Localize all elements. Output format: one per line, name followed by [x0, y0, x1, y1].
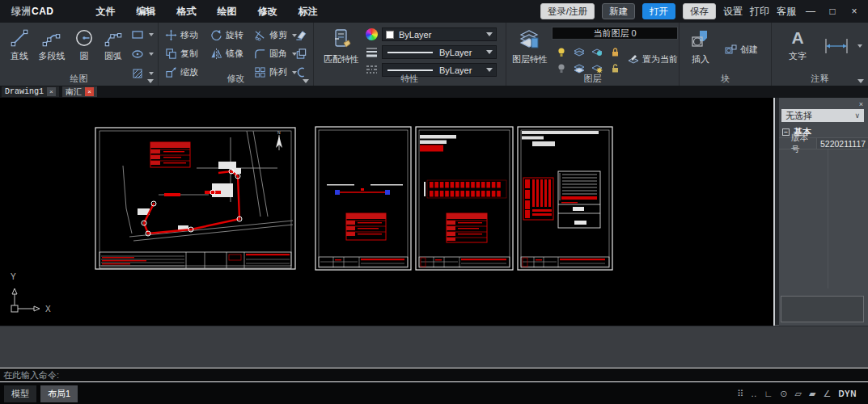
move-button[interactable]: 移动: [165, 29, 198, 41]
arc-button[interactable]: 圆弧: [100, 27, 126, 62]
dropdown-arrow-icon: [149, 53, 154, 56]
open-file-button[interactable]: 打开: [642, 3, 675, 19]
ribbon: 直线 多段线 圆 圆弧: [0, 23, 868, 86]
create-block-button[interactable]: 创建: [725, 44, 758, 56]
eraser-icon: [294, 29, 307, 41]
group-expand-arrow-icon[interactable]: [147, 79, 154, 83]
fillet-button[interactable]: 圆角: [254, 48, 297, 60]
group-expand-arrow-icon[interactable]: [857, 79, 864, 83]
print-button[interactable]: 打印: [750, 5, 769, 19]
create-block-label: 创建: [740, 44, 758, 56]
tab-nanhui[interactable]: 南汇 ×: [62, 86, 97, 97]
login-register-button[interactable]: 登录/注册: [540, 3, 595, 19]
maximize-button[interactable]: □: [825, 6, 840, 17]
layout1-tab-button[interactable]: 布局1: [40, 385, 78, 402]
layer-lock-icon[interactable]: [608, 47, 620, 57]
text-button[interactable]: A 文字: [786, 27, 809, 62]
move-label: 移动: [180, 29, 198, 41]
ribbon-group-block: 插入 创建 块: [680, 23, 772, 86]
layer-properties-button[interactable]: 图层特性: [511, 27, 548, 65]
canvas-scrollbar[interactable]: [773, 98, 775, 326]
new-file-button[interactable]: 新建: [602, 3, 635, 19]
close-button[interactable]: ×: [847, 6, 862, 17]
ortho-icon[interactable]: ∟: [764, 389, 773, 398]
support-button[interactable]: 客服: [777, 5, 796, 19]
color-swatch: [386, 31, 394, 39]
fillet-label: 圆角: [269, 48, 287, 60]
insert-block-label: 插入: [692, 53, 709, 65]
group-label-annotation: 注释: [772, 73, 868, 85]
sheet-1-site-plan: N: [95, 128, 295, 269]
group-expand-arrow-icon[interactable]: [303, 79, 309, 83]
tab-drawing1[interactable]: Drawing1 ×: [2, 86, 59, 97]
trim-icon: [254, 29, 266, 41]
status-toggles: ⠿ ‥ ∟ ⊙ ▱ ▰ ∠ DYN: [737, 389, 857, 399]
model-tab-button[interactable]: 模型: [4, 385, 36, 402]
angle-icon[interactable]: ∠: [824, 389, 832, 399]
minimize-button[interactable]: —: [803, 6, 818, 17]
panel-column-divider: [828, 149, 828, 288]
grid-icon[interactable]: ⠿: [737, 389, 743, 399]
ribbon-group-layers: 图层特性 当前图层 0 置为当前 图层: [506, 23, 680, 86]
mirror-icon: [210, 48, 222, 60]
circle-button[interactable]: 圆: [73, 27, 95, 62]
polar-tracking-icon[interactable]: ⊙: [780, 389, 787, 399]
command-line[interactable]: 在此输入命令:: [0, 368, 868, 382]
menu-draw[interactable]: 绘图: [218, 5, 237, 19]
trim-label: 修剪: [269, 29, 287, 41]
menu-file[interactable]: 文件: [96, 5, 116, 19]
ribbon-group-draw: 直线 多段线 圆 圆弧: [0, 23, 159, 86]
circle-label: 圆: [80, 50, 89, 62]
text-label: 文字: [789, 50, 807, 62]
line-button[interactable]: 直线: [6, 27, 32, 62]
version-value[interactable]: 5220211117: [816, 138, 868, 149]
set-current-layer-label: 置为当前: [642, 53, 678, 65]
rotate-icon: [210, 29, 222, 41]
layer-thaw-icon[interactable]: [591, 47, 603, 57]
tab-close-icon[interactable]: ×: [85, 87, 94, 96]
ribbon-group-modify: 移动 复制 缩放 旋转 镜像 修剪: [159, 23, 314, 86]
title-bar: 绿洲CAD 文件 编辑 格式 绘图 修改 标注 登录/注册 新建 打开 保存 设…: [0, 0, 868, 23]
copy-button[interactable]: 复制: [165, 48, 198, 60]
menu-format[interactable]: 格式: [177, 5, 197, 19]
drawing-canvas[interactable]: N: [0, 98, 773, 326]
selection-filter-select[interactable]: 无选择 ∨: [781, 109, 864, 122]
object-track-icon[interactable]: ▰: [809, 389, 815, 399]
match-properties-button[interactable]: 匹配特性: [320, 27, 362, 65]
text-icon: A: [791, 27, 803, 48]
ribbon-group-properties: 匹配特性 ByLayer ByLayer ByLayer 特性: [314, 23, 506, 86]
erase-button[interactable]: [294, 29, 307, 41]
menu-modify[interactable]: 修改: [258, 5, 277, 19]
menu-edit[interactable]: 编辑: [137, 5, 156, 19]
dropdown-arrow-icon: [486, 50, 493, 54]
ellipse-button[interactable]: [131, 48, 154, 60]
menu-annotate[interactable]: 标注: [299, 5, 318, 19]
dimension-button[interactable]: [822, 37, 862, 55]
workspace: N: [0, 98, 868, 326]
layer-properties-icon: [518, 27, 542, 52]
chevron-down-icon: ∨: [854, 112, 860, 120]
rectangle-button[interactable]: [131, 29, 154, 40]
explode-button[interactable]: [294, 48, 307, 60]
color-select[interactable]: ByLayer: [382, 27, 497, 41]
trim-button[interactable]: 修剪: [254, 29, 297, 41]
status-bar: 模型 布局1 ⠿ ‥ ∟ ⊙ ▱ ▰ ∠ DYN: [0, 383, 868, 404]
snap-icon[interactable]: ‥: [751, 389, 756, 399]
rotate-button[interactable]: 旋转: [210, 29, 243, 41]
lineweight-select[interactable]: ByLayer: [382, 45, 497, 59]
panel-close-icon[interactable]: ×: [859, 100, 863, 108]
group-label-draw: 绘图: [0, 73, 158, 85]
save-file-button[interactable]: 保存: [683, 3, 716, 19]
layer-freeze-icon[interactable]: [573, 47, 585, 57]
tab-close-icon[interactable]: ×: [47, 87, 56, 96]
app-name-suffix: CAD: [32, 6, 54, 17]
mirror-button[interactable]: 镜像: [210, 48, 243, 60]
dynamic-input-toggle[interactable]: DYN: [838, 389, 857, 398]
set-current-layer-button[interactable]: 置为当前: [628, 53, 678, 65]
insert-block-button[interactable]: 插入: [688, 27, 713, 65]
settings-button[interactable]: 设置: [723, 5, 743, 19]
object-snap-icon[interactable]: ▱: [795, 389, 802, 399]
layer-on-icon[interactable]: [555, 47, 567, 57]
current-layer-display[interactable]: 当前图层 0: [552, 27, 678, 40]
polyline-button[interactable]: 多段线: [36, 27, 68, 62]
